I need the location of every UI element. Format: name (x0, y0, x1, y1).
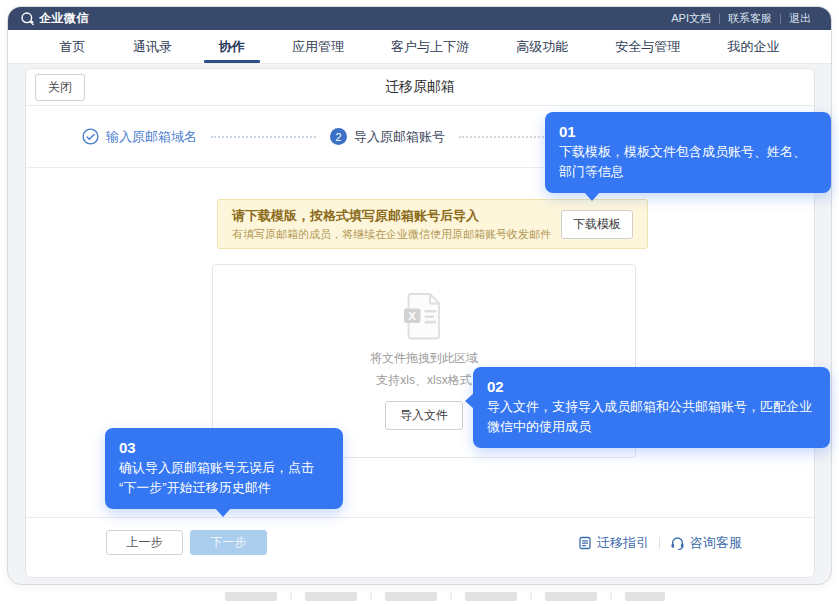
excel-file-icon: X (402, 292, 446, 340)
clipped-link (385, 592, 437, 601)
wecom-logo-icon (20, 11, 35, 26)
tooltip-step-number: 01 (559, 121, 817, 142)
notice-subtitle: 有填写原邮箱的成员，将继续在企业微信使用原邮箱账号收发邮件 (232, 226, 551, 243)
contact-support-link[interactable]: 联系客服 (720, 11, 780, 26)
download-template-notice: 请下载模版，按格式填写原邮箱账号后导入 有填写原邮箱的成员，将继续在企业微信使用… (217, 199, 648, 249)
clipped-link (305, 592, 357, 601)
notice-text: 请下载模版，按格式填写原邮箱账号后导入 有填写原邮箱的成员，将继续在企业微信使用… (232, 206, 551, 242)
import-file-button[interactable]: 导入文件 (385, 401, 463, 430)
separator (450, 593, 452, 600)
brand-name: 企业微信 (39, 10, 89, 27)
step-number-badge: 2 (330, 128, 347, 145)
next-step-button[interactable]: 下一步 (190, 530, 267, 555)
step-label: 输入原邮箱域名 (106, 128, 197, 146)
nav-item-apps[interactable]: 应用管理 (286, 30, 350, 63)
clipped-link (465, 592, 517, 601)
brand: 企业微信 (20, 10, 89, 27)
consult-support-label: 咨询客服 (690, 534, 742, 552)
svg-text:X: X (408, 310, 416, 322)
step-import-accounts: 2 导入原邮箱账号 (330, 128, 445, 146)
guide-tooltip-03: 03 确认导入原邮箱账号无误后，点击“下一步”开始迁移历史邮件 (105, 428, 343, 509)
clipped-link (625, 592, 665, 601)
topbar: 企业微信 API文档 联系客服 退出 (8, 7, 831, 30)
footer-divider (26, 517, 814, 518)
clipped-link (545, 592, 597, 601)
nav-item-security[interactable]: 安全与管理 (609, 30, 686, 63)
nav-item-label: 协作 (219, 38, 245, 56)
separator (370, 593, 372, 600)
dropzone-hint-line2: 支持xls、xlsx格式 (376, 371, 471, 390)
nav-item-contacts[interactable]: 通讯录 (127, 30, 178, 63)
step-label: 导入原邮箱账号 (354, 128, 445, 146)
card-header: 关闭 迁移原邮箱 (26, 69, 814, 106)
guide-tooltip-02: 02 导入文件，支持导入成员邮箱和公共邮箱账号，匹配企业微信中的使用成员 (473, 367, 830, 448)
page-title: 迁移原邮箱 (26, 78, 814, 96)
tooltip-arrow-left (465, 393, 474, 409)
tooltip-text: 确认导入原邮箱账号无误后，点击“下一步”开始迁移历史邮件 (119, 458, 329, 498)
api-docs-link[interactable]: API文档 (663, 11, 719, 26)
dropzone-hint-line1: 将文件拖拽到此区域 (370, 349, 478, 368)
step-enter-domain: 输入原邮箱域名 (82, 128, 197, 146)
migration-guide-link[interactable]: 迁移指引 (578, 534, 649, 552)
clipped-link (225, 592, 277, 601)
previous-step-button[interactable]: 上一步 (106, 530, 183, 555)
separator (610, 593, 612, 600)
separator (290, 593, 292, 600)
close-button[interactable]: 关闭 (35, 74, 85, 101)
tooltip-step-number: 03 (119, 437, 329, 458)
tooltip-text: 下载模板，模板文件包含成员账号、姓名、部门等信息 (559, 142, 817, 182)
nav-item-partners[interactable]: 客户与上下游 (385, 30, 475, 63)
nav-item-advanced[interactable]: 高级功能 (510, 30, 574, 63)
topbar-links: API文档 联系客服 退出 (663, 11, 819, 26)
separator (659, 537, 660, 549)
check-circle-icon (82, 128, 99, 145)
nav-item-home[interactable]: 首页 (54, 30, 92, 63)
tooltip-arrow-down (215, 508, 231, 517)
screen: 企业微信 API文档 联系客服 退出 首页 通讯录 协作 应用管理 客户与上下游… (0, 0, 839, 605)
tooltip-text: 导入文件，支持导入成员邮箱和公共邮箱账号，匹配企业微信中的使用成员 (487, 397, 816, 437)
headset-icon (670, 536, 685, 551)
document-icon (578, 536, 592, 550)
main-nav: 首页 通讯录 协作 应用管理 客户与上下游 高级功能 安全与管理 我的企业 (8, 30, 831, 64)
logout-link[interactable]: 退出 (781, 11, 819, 26)
notice-title: 请下载模版，按格式填写原邮箱账号后导入 (232, 206, 551, 226)
consult-support-link[interactable]: 咨询客服 (670, 534, 742, 552)
tooltip-arrow-down (584, 192, 600, 201)
nav-item-collaboration[interactable]: 协作 (213, 30, 251, 63)
guide-tooltip-01: 01 下载模板，模板文件包含成员账号、姓名、部门等信息 (545, 112, 831, 193)
footer-links: 迁移指引 咨询客服 (578, 534, 742, 552)
separator (530, 593, 532, 600)
migration-guide-label: 迁移指引 (597, 534, 649, 552)
clipped-footer-links (225, 592, 665, 601)
tooltip-step-number: 02 (487, 376, 816, 397)
download-template-button[interactable]: 下载模板 (561, 210, 633, 239)
step-connector (211, 136, 316, 138)
active-tab-underline (204, 60, 260, 63)
nav-item-my-company[interactable]: 我的企业 (721, 30, 785, 63)
